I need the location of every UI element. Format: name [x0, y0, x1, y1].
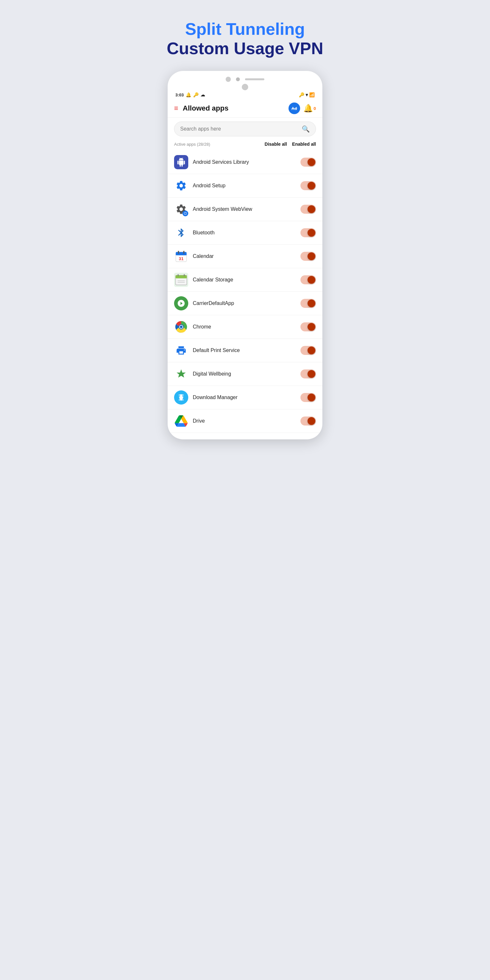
speaker-bar: [245, 78, 264, 80]
app-name: Bluetooth: [193, 230, 296, 235]
android-setup-icon: [174, 178, 188, 193]
app-toggle[interactable]: [301, 299, 316, 308]
app-icon-wrap: 31: [174, 249, 188, 263]
notification-icon: 🔔: [186, 92, 191, 97]
chrome-icon: [174, 320, 188, 334]
bell-count: 0: [313, 106, 316, 111]
webview-icon: [174, 202, 188, 216]
app-name: Android Setup: [193, 183, 296, 189]
svg-point-2: [185, 214, 186, 215]
app-bar: ≡ Allowed apps Ad 🔔 0: [168, 99, 322, 118]
app-toggle[interactable]: [301, 369, 316, 379]
hamburger-icon[interactable]: ≡: [174, 104, 178, 113]
action-buttons: Disable all Enabled all: [265, 142, 316, 147]
status-left: 3:03 🔔 🔑 ☁: [175, 92, 205, 97]
hero-line1: Split Tunneling: [167, 19, 323, 39]
toggle-thumb: [307, 158, 315, 166]
disable-all-button[interactable]: Disable all: [265, 142, 287, 147]
app-toggle[interactable]: [301, 275, 316, 284]
active-apps-label: Active apps (28/28): [174, 142, 210, 147]
app-icon-wrap: [174, 367, 188, 381]
app-item: Digital Wellbeing: [168, 362, 322, 386]
hero-line2: Custom Usage VPN: [167, 39, 323, 58]
app-item: Drive: [168, 409, 322, 433]
app-icon-wrap: [174, 343, 188, 358]
signal-icon: 📶: [309, 92, 315, 97]
app-icon-wrap: [174, 414, 188, 428]
app-icon-wrap: [174, 390, 188, 404]
app-item: Download Manager: [168, 386, 322, 409]
vpn-key-icon: 🔑: [299, 92, 304, 97]
toggle-thumb: [307, 229, 315, 237]
app-item: 31 Calendar: [168, 245, 322, 268]
app-name: Default Print Service: [193, 347, 296, 353]
active-apps-row: Active apps (28/28) Disable all Enabled …: [168, 139, 322, 151]
status-bar: 3:03 🔔 🔑 ☁ 🔑 ▾ 📶: [168, 90, 322, 99]
toggle-thumb: [307, 417, 315, 425]
svg-text:31: 31: [179, 256, 184, 261]
status-time: 3:03: [175, 92, 184, 97]
app-name: Calendar Storage: [193, 277, 296, 283]
wifi-icon: ▾: [305, 92, 308, 97]
app-toggle[interactable]: [301, 228, 316, 237]
search-icon: 🔍: [302, 125, 310, 133]
key-icon: 🔑: [193, 92, 199, 97]
camera-dot2: [236, 77, 240, 81]
bluetooth-icon: [174, 226, 188, 240]
app-item: Calendar Storage: [168, 268, 322, 292]
app-bar-right: Ad 🔔 0: [288, 102, 316, 114]
bell-icon: 🔔: [303, 104, 313, 113]
app-item: Android Setup: [168, 174, 322, 197]
app-toggle[interactable]: [301, 158, 316, 167]
status-right: 🔑 ▾ 📶: [299, 92, 315, 97]
toggle-thumb: [307, 182, 315, 189]
app-toggle[interactable]: [301, 205, 316, 214]
cloud-icon: ☁: [200, 92, 205, 97]
app-toggle[interactable]: [301, 393, 316, 402]
app-icon-wrap: [174, 202, 188, 216]
search-input[interactable]: [180, 126, 299, 132]
app-icon-wrap: [174, 178, 188, 193]
android-services-icon: [174, 155, 188, 169]
app-item: Bluetooth: [168, 221, 322, 245]
front-camera: [242, 84, 248, 90]
app-bar-left: ≡ Allowed apps: [174, 104, 229, 113]
vpn-icon[interactable]: Ad: [288, 102, 300, 114]
app-name: Chrome: [193, 324, 296, 330]
app-name: CarrierDefaultApp: [193, 301, 296, 306]
app-toggle[interactable]: [301, 346, 316, 355]
camera-dot: [226, 77, 231, 82]
app-icon-wrap: [174, 226, 188, 240]
app-name: Android System WebView: [193, 206, 296, 212]
wellbeing-icon: [174, 367, 188, 381]
enable-all-button[interactable]: Enabled all: [292, 142, 316, 147]
carrier-icon: [174, 296, 188, 310]
app-toggle[interactable]: [301, 181, 316, 190]
toggle-thumb: [307, 370, 315, 378]
app-item: Default Print Service: [168, 339, 322, 362]
toggle-thumb: [307, 276, 315, 284]
svg-rect-5: [176, 254, 186, 255]
app-toggle[interactable]: [301, 322, 316, 331]
phone-frame: 3:03 🔔 🔑 ☁ 🔑 ▾ 📶 ≡ Allowed apps Ad 🔔 0: [168, 71, 322, 439]
drive-icon: [174, 414, 188, 428]
search-bar-wrap: 🔍: [168, 118, 322, 139]
toggle-thumb: [307, 347, 315, 354]
calendar-storage-icon: [174, 273, 188, 287]
app-item: Chrome: [168, 315, 322, 339]
hero-section: Split Tunneling Custom Usage VPN: [167, 19, 323, 58]
notification-bell-wrap[interactable]: 🔔 0: [303, 104, 316, 113]
app-list: Android Services Library Android Setup: [168, 151, 322, 433]
print-icon: [174, 343, 188, 358]
calendar-icon: 31: [174, 249, 188, 263]
app-icon-wrap: [174, 296, 188, 310]
app-toggle[interactable]: [301, 252, 316, 261]
toggle-thumb: [307, 299, 315, 307]
app-item: Android Services Library: [168, 151, 322, 174]
toggle-thumb: [307, 394, 315, 401]
app-name: Drive: [193, 418, 296, 424]
search-bar[interactable]: 🔍: [174, 121, 316, 136]
app-toggle[interactable]: [301, 417, 316, 426]
toggle-thumb: [307, 252, 315, 260]
app-item: Android System WebView: [168, 197, 322, 221]
